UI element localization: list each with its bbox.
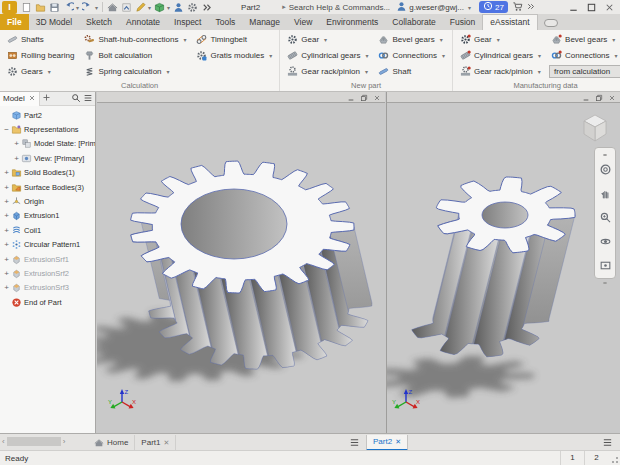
- tab-sketch[interactable]: Sketch: [79, 14, 119, 30]
- look-at-icon[interactable]: [599, 258, 612, 276]
- browser-search-button[interactable]: [71, 93, 81, 105]
- ribbon-button-gear[interactable]: Gear▾: [285, 32, 370, 47]
- viewport-left-canvas[interactable]: ZXY: [97, 103, 385, 433]
- navbar-handle-icon[interactable]: [603, 154, 607, 156]
- tab-environments[interactable]: Environments: [319, 14, 385, 30]
- from-calculation-combobox[interactable]: from calculation▾: [549, 65, 620, 78]
- material-button[interactable]: ▾: [153, 1, 171, 14]
- viewport-left-titlebar[interactable]: [97, 92, 385, 103]
- ribbon-button-bolt-calculation[interactable]: Bolt calculation: [82, 48, 188, 63]
- zoom-icon[interactable]: [599, 210, 612, 228]
- ribbon-button-timingbelt[interactable]: Timingbelt: [194, 32, 274, 47]
- view-cube[interactable]: [578, 111, 612, 145]
- doc-tabs-overflow-left[interactable]: [349, 437, 360, 450]
- tab-scroll-control[interactable]: ‹ ›: [2, 437, 65, 446]
- qat-overflow-button[interactable]: [200, 1, 213, 14]
- tab-inspect[interactable]: Inspect: [167, 14, 208, 30]
- search-help-input[interactable]: ▸ Search Help & Commands...: [282, 3, 390, 12]
- tree-item-end-of-part[interactable]: End of Part: [0, 295, 95, 309]
- ribbon-button-gratis-modules[interactable]: Gratis modules▾: [194, 48, 274, 63]
- tree-expander[interactable]: +: [2, 197, 11, 206]
- ribbon-button-cylindrical-gears[interactable]: Cylindrical gears▾: [285, 48, 370, 63]
- tree-item-extrusion1[interactable]: +Extrusion1: [0, 209, 95, 223]
- tab-view[interactable]: View: [287, 14, 319, 30]
- doc-tab-part2[interactable]: Part2✕: [366, 435, 408, 451]
- doc-tabs-overflow-right[interactable]: [602, 437, 613, 450]
- tree-expander[interactable]: +: [2, 283, 11, 292]
- tree-expander[interactable]: +: [12, 139, 21, 148]
- tree-expander[interactable]: +: [2, 211, 11, 220]
- tree-expander[interactable]: +: [2, 269, 11, 278]
- ribbon-button-gear-rack-pinion[interactable]: Gear rack/pinion▾: [285, 64, 370, 79]
- browser-tab-model[interactable]: Model: [0, 92, 40, 106]
- tree-expander[interactable]: +: [2, 255, 11, 264]
- doc-tab-home[interactable]: Home: [88, 435, 135, 451]
- orbit-icon[interactable]: [599, 234, 612, 252]
- redo-button[interactable]: ▾: [81, 1, 99, 14]
- home-view-button[interactable]: [106, 1, 119, 14]
- ribbon-button-gears[interactable]: Gears▾: [5, 64, 76, 79]
- share-button[interactable]: [172, 1, 185, 14]
- tree-item-coil1[interactable]: +Coil1: [0, 223, 95, 237]
- ribbon-button-bevel-gears[interactable]: Bevel gears▾: [376, 32, 447, 47]
- ribbon-button-gear-rack-pinion[interactable]: Gear rack/pinion▾: [458, 64, 543, 79]
- tree-expander[interactable]: −: [2, 125, 11, 134]
- tab-file[interactable]: File: [0, 14, 29, 30]
- tree-expander[interactable]: +: [12, 154, 21, 163]
- scroll-left-icon[interactable]: ‹: [2, 437, 5, 446]
- inventor-logo[interactable]: I: [2, 1, 17, 14]
- new-file-button[interactable]: [20, 1, 33, 14]
- tree-item-extrusionsrf1[interactable]: +ExtrusionSrf1: [0, 252, 95, 266]
- tree-expander[interactable]: +: [2, 168, 11, 177]
- ribbon-button-bevel-gears[interactable]: Bevel gears▾: [549, 32, 620, 47]
- scroll-right-icon[interactable]: ›: [63, 437, 66, 446]
- pan-icon[interactable]: [599, 186, 612, 204]
- tree-expander[interactable]: +: [2, 183, 11, 192]
- navbar-options-icon[interactable]: [603, 282, 607, 284]
- ribbon-button-connections[interactable]: Connections▾: [549, 48, 620, 63]
- tree-item-extrusionsrf3[interactable]: +ExtrusionSrf3: [0, 281, 95, 295]
- save-button[interactable]: [48, 1, 61, 14]
- viewport-right-canvas[interactable]: ZXY: [387, 103, 620, 433]
- open-button[interactable]: [34, 1, 47, 14]
- steering-wheel-icon[interactable]: [599, 162, 612, 180]
- tree-item-representations[interactable]: −Representations: [0, 122, 95, 136]
- doc-tab-part1[interactable]: Part1✕: [135, 435, 176, 451]
- ribbon-button-cylindrical-gears[interactable]: Cylindrical gears▾: [458, 48, 543, 63]
- tab-manage[interactable]: Manage: [242, 14, 287, 30]
- tree-item-extrusionsrf2[interactable]: +ExtrusionSrf2: [0, 266, 95, 280]
- tree-item-circular-pattern1[interactable]: +Circular Pattern1: [0, 238, 95, 252]
- user-account-menu[interactable]: g.weser@gwj... ▾: [396, 1, 471, 14]
- tree-item-model-state-primary-[interactable]: +Model State: [Primary]: [0, 137, 95, 151]
- tree-expander[interactable]: +: [2, 240, 11, 249]
- minimize-button[interactable]: [567, 1, 579, 13]
- tree-item-solid-bodies-1-[interactable]: +Solid Bodies(1): [0, 166, 95, 180]
- ribbon-button-shaft[interactable]: Shaft: [376, 64, 447, 79]
- sketch-button[interactable]: ▾: [134, 1, 152, 14]
- tree-item-part2[interactable]: Part2: [0, 108, 95, 122]
- ribbon-button-shafts[interactable]: Shafts: [5, 32, 76, 47]
- tree-item-view-primary-[interactable]: +View: [Primary]: [0, 151, 95, 165]
- tab-fusion[interactable]: Fusion: [443, 14, 483, 30]
- ribbon-display-icon[interactable]: [544, 19, 558, 27]
- ribbon-button-connections[interactable]: Connections▾: [376, 48, 447, 63]
- tab-3d-model[interactable]: 3D Model: [29, 14, 79, 30]
- ribbon-button-shaft-hub-connections[interactable]: Shaft-hub-connections▾: [82, 32, 188, 47]
- tab-annotate[interactable]: Annotate: [119, 14, 167, 30]
- notification-badge[interactable]: 27: [479, 1, 508, 13]
- close-button[interactable]: [603, 1, 615, 13]
- viewport-right-titlebar[interactable]: [387, 92, 620, 103]
- tab-collaborate[interactable]: Collaborate: [385, 14, 442, 30]
- ribbon-button-gear[interactable]: Gear▾: [458, 32, 543, 47]
- ribbon-button-spring-calculation[interactable]: Spring calculation▾: [82, 64, 188, 79]
- browser-menu-button[interactable]: [83, 93, 93, 105]
- tab-eassistant[interactable]: eAssistant: [482, 14, 537, 30]
- ribbon-button-rolling-bearing[interactable]: Rolling bearing: [5, 48, 76, 63]
- return-button[interactable]: [120, 1, 133, 14]
- resize-grip[interactable]: [608, 451, 620, 465]
- tree-item-surface-bodies-3-[interactable]: +Surface Bodies(3): [0, 180, 95, 194]
- maximize-button[interactable]: [585, 1, 597, 13]
- tree-item-origin[interactable]: +Origin: [0, 194, 95, 208]
- undo-button[interactable]: ▾: [62, 1, 80, 14]
- settings-button[interactable]: [186, 1, 199, 14]
